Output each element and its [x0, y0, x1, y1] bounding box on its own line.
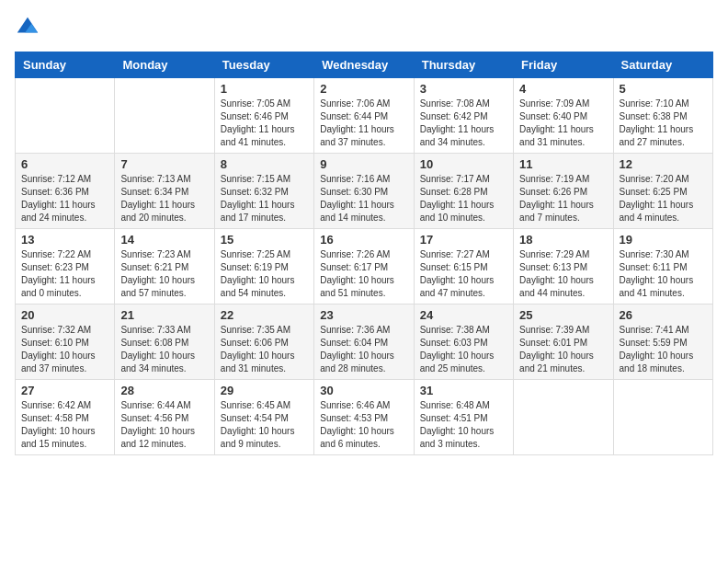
day-number: 5: [620, 82, 707, 96]
cell-content: Sunrise: 7:06 AM Sunset: 6:44 PM Dayligh…: [320, 98, 407, 149]
day-number: 25: [519, 308, 607, 322]
day-number: 6: [21, 157, 108, 171]
calendar-cell: 19Sunrise: 7:30 AM Sunset: 6:11 PM Dayli…: [613, 229, 712, 304]
cell-content: Sunrise: 7:05 AM Sunset: 6:46 PM Dayligh…: [221, 98, 308, 149]
calendar-cell: 24Sunrise: 7:38 AM Sunset: 6:03 PM Dayli…: [414, 304, 513, 380]
cell-content: Sunrise: 6:48 AM Sunset: 4:51 PM Dayligh…: [420, 399, 507, 451]
calendar-cell: 5Sunrise: 7:10 AM Sunset: 6:38 PM Daylig…: [613, 78, 712, 154]
day-number: 29: [221, 384, 308, 397]
day-number: 3: [420, 82, 507, 96]
cell-content: Sunrise: 6:45 AM Sunset: 4:54 PM Dayligh…: [221, 399, 308, 451]
day-number: 31: [420, 384, 507, 397]
calendar-cell: 15Sunrise: 7:25 AM Sunset: 6:19 PM Dayli…: [214, 229, 313, 304]
calendar-cell: 28Sunrise: 6:44 AM Sunset: 4:56 PM Dayli…: [115, 380, 214, 455]
day-header-saturday: Saturday: [613, 52, 712, 78]
day-header-wednesday: Wednesday: [314, 52, 414, 78]
calendar-cell: 17Sunrise: 7:27 AM Sunset: 6:15 PM Dayli…: [414, 229, 513, 304]
calendar-cell: 13Sunrise: 7:22 AM Sunset: 6:23 PM Dayli…: [16, 229, 115, 304]
cell-content: Sunrise: 6:42 AM Sunset: 4:58 PM Dayligh…: [21, 399, 108, 451]
day-number: 9: [320, 157, 407, 171]
cell-content: Sunrise: 7:09 AM Sunset: 6:40 PM Dayligh…: [519, 98, 607, 149]
day-number: 10: [420, 157, 507, 171]
cell-content: Sunrise: 7:10 AM Sunset: 6:38 PM Dayligh…: [620, 98, 707, 149]
calendar-cell: [16, 78, 115, 154]
calendar-cell: [115, 78, 214, 154]
day-number: 13: [21, 233, 108, 247]
day-number: 11: [519, 157, 607, 171]
logo: [15, 15, 46, 40]
day-number: 19: [620, 233, 707, 247]
day-number: 12: [620, 157, 707, 171]
cell-content: Sunrise: 7:29 AM Sunset: 6:13 PM Dayligh…: [519, 248, 607, 300]
calendar-cell: 31Sunrise: 6:48 AM Sunset: 4:51 PM Dayli…: [414, 380, 513, 455]
cell-content: Sunrise: 7:27 AM Sunset: 6:15 PM Dayligh…: [420, 248, 507, 300]
calendar-cell: 1Sunrise: 7:05 AM Sunset: 6:46 PM Daylig…: [214, 78, 313, 154]
day-header-thursday: Thursday: [414, 52, 513, 78]
calendar-cell: 11Sunrise: 7:19 AM Sunset: 6:26 PM Dayli…: [514, 154, 613, 229]
cell-content: Sunrise: 7:36 AM Sunset: 6:04 PM Dayligh…: [320, 324, 407, 375]
day-header-friday: Friday: [514, 52, 613, 78]
page-header: [15, 15, 713, 40]
day-number: 27: [21, 384, 108, 397]
day-number: 30: [320, 384, 407, 397]
cell-content: Sunrise: 7:16 AM Sunset: 6:30 PM Dayligh…: [320, 173, 407, 224]
calendar-cell: 16Sunrise: 7:26 AM Sunset: 6:17 PM Dayli…: [314, 229, 414, 304]
day-number: 14: [120, 233, 208, 247]
day-header-monday: Monday: [115, 52, 214, 78]
cell-content: Sunrise: 7:23 AM Sunset: 6:21 PM Dayligh…: [120, 248, 208, 300]
cell-content: Sunrise: 7:41 AM Sunset: 5:59 PM Dayligh…: [620, 324, 707, 375]
calendar-week-2: 6Sunrise: 7:12 AM Sunset: 6:36 PM Daylig…: [16, 154, 713, 229]
calendar-cell: 12Sunrise: 7:20 AM Sunset: 6:25 PM Dayli…: [613, 154, 712, 229]
cell-content: Sunrise: 7:22 AM Sunset: 6:23 PM Dayligh…: [21, 248, 108, 300]
calendar-week-5: 27Sunrise: 6:42 AM Sunset: 4:58 PM Dayli…: [16, 380, 713, 455]
day-number: 28: [120, 384, 208, 397]
cell-content: Sunrise: 7:38 AM Sunset: 6:03 PM Dayligh…: [420, 324, 507, 375]
calendar-cell: 22Sunrise: 7:35 AM Sunset: 6:06 PM Dayli…: [214, 304, 313, 380]
cell-content: Sunrise: 7:17 AM Sunset: 6:28 PM Dayligh…: [420, 173, 507, 224]
cell-content: Sunrise: 7:26 AM Sunset: 6:17 PM Dayligh…: [320, 248, 407, 300]
cell-content: Sunrise: 7:32 AM Sunset: 6:10 PM Dayligh…: [21, 324, 108, 375]
day-header-tuesday: Tuesday: [214, 52, 313, 78]
cell-content: Sunrise: 7:12 AM Sunset: 6:36 PM Dayligh…: [21, 173, 108, 224]
day-number: 26: [620, 308, 707, 322]
calendar-cell: 6Sunrise: 7:12 AM Sunset: 6:36 PM Daylig…: [16, 154, 115, 229]
day-number: 8: [221, 157, 308, 171]
cell-content: Sunrise: 7:08 AM Sunset: 6:42 PM Dayligh…: [420, 98, 507, 149]
day-number: 15: [221, 233, 308, 247]
day-number: 22: [221, 308, 308, 322]
day-number: 7: [120, 157, 208, 171]
calendar-cell: 14Sunrise: 7:23 AM Sunset: 6:21 PM Dayli…: [115, 229, 214, 304]
calendar-cell: 2Sunrise: 7:06 AM Sunset: 6:44 PM Daylig…: [314, 78, 414, 154]
calendar-cell: 23Sunrise: 7:36 AM Sunset: 6:04 PM Dayli…: [314, 304, 414, 380]
day-number: 18: [519, 233, 607, 247]
calendar-cell: 9Sunrise: 7:16 AM Sunset: 6:30 PM Daylig…: [314, 154, 414, 229]
day-number: 24: [420, 308, 507, 322]
calendar-cell: 30Sunrise: 6:46 AM Sunset: 4:53 PM Dayli…: [314, 380, 414, 455]
day-number: 17: [420, 233, 507, 247]
calendar-cell: 4Sunrise: 7:09 AM Sunset: 6:40 PM Daylig…: [514, 78, 613, 154]
calendar-cell: 29Sunrise: 6:45 AM Sunset: 4:54 PM Dayli…: [214, 380, 313, 455]
calendar-cell: 18Sunrise: 7:29 AM Sunset: 6:13 PM Dayli…: [514, 229, 613, 304]
cell-content: Sunrise: 7:33 AM Sunset: 6:08 PM Dayligh…: [120, 324, 208, 375]
calendar-week-3: 13Sunrise: 7:22 AM Sunset: 6:23 PM Dayli…: [16, 229, 713, 304]
day-number: 16: [320, 233, 407, 247]
calendar-cell: 7Sunrise: 7:13 AM Sunset: 6:34 PM Daylig…: [115, 154, 214, 229]
cell-content: Sunrise: 7:13 AM Sunset: 6:34 PM Dayligh…: [120, 173, 208, 224]
cell-content: Sunrise: 7:35 AM Sunset: 6:06 PM Dayligh…: [221, 324, 308, 375]
cell-content: Sunrise: 7:30 AM Sunset: 6:11 PM Dayligh…: [620, 248, 707, 300]
calendar-cell: 3Sunrise: 7:08 AM Sunset: 6:42 PM Daylig…: [414, 78, 513, 154]
day-header-sunday: Sunday: [16, 52, 115, 78]
calendar-cell: 25Sunrise: 7:39 AM Sunset: 6:01 PM Dayli…: [514, 304, 613, 380]
calendar-header-row: SundayMondayTuesdayWednesdayThursdayFrid…: [16, 52, 713, 78]
calendar-cell: 20Sunrise: 7:32 AM Sunset: 6:10 PM Dayli…: [16, 304, 115, 380]
calendar-cell: 10Sunrise: 7:17 AM Sunset: 6:28 PM Dayli…: [414, 154, 513, 229]
calendar-table: SundayMondayTuesdayWednesdayThursdayFrid…: [15, 52, 713, 455]
calendar-week-1: 1Sunrise: 7:05 AM Sunset: 6:46 PM Daylig…: [16, 78, 713, 154]
calendar-cell: [514, 380, 613, 455]
calendar-cell: 21Sunrise: 7:33 AM Sunset: 6:08 PM Dayli…: [115, 304, 214, 380]
calendar-cell: 26Sunrise: 7:41 AM Sunset: 5:59 PM Dayli…: [613, 304, 712, 380]
cell-content: Sunrise: 6:44 AM Sunset: 4:56 PM Dayligh…: [120, 399, 208, 451]
logo-icon: [15, 15, 40, 40]
cell-content: Sunrise: 7:15 AM Sunset: 6:32 PM Dayligh…: [221, 173, 308, 224]
cell-content: Sunrise: 6:46 AM Sunset: 4:53 PM Dayligh…: [320, 399, 407, 451]
